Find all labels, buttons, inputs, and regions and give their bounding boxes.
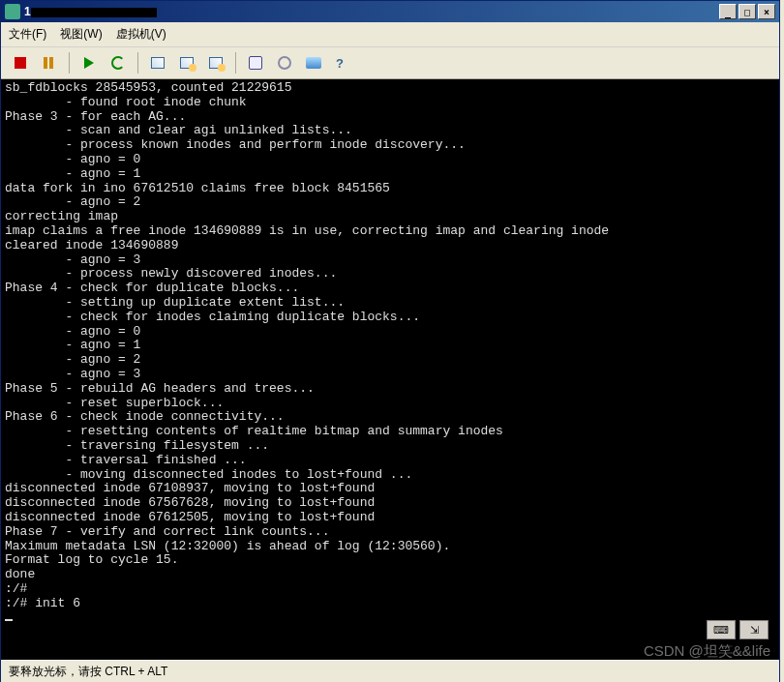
floppy-icon [249,56,262,70]
cursor [5,619,13,621]
maximize-button[interactable]: □ [739,4,756,19]
statusbar: 要释放光标，请按 CTRL + ALT [1,660,779,682]
snapshot-button[interactable] [146,51,169,74]
revert-icon [180,57,194,69]
separator [235,52,236,74]
terminal-lines: sb_fdblocks 28545953, counted 21229615 -… [5,81,775,610]
titlebar-left: 1 [5,4,157,19]
play-icon [84,57,94,69]
pause-button[interactable] [38,51,61,74]
cd-icon [278,56,291,70]
help-button[interactable]: ? [331,51,354,74]
titlebar[interactable]: 1 _ □ × [1,1,779,22]
network-button[interactable] [302,51,325,74]
menu-view[interactable]: 视图(W) [60,26,102,43]
toolbar: ? [1,47,779,79]
play-button[interactable] [77,51,101,74]
network-icon [306,57,321,69]
close-button[interactable]: × [758,4,775,19]
refresh-button[interactable] [106,51,130,74]
window-controls: _ □ × [719,4,775,19]
menu-vm[interactable]: 虚拟机(V) [116,26,166,43]
minimize-button[interactable]: _ [719,4,737,19]
revert-button[interactable] [175,51,198,74]
floppy-button[interactable] [244,51,267,74]
separator [137,52,138,74]
manage-snapshot-button[interactable] [204,51,227,74]
fullscreen-button[interactable]: ⇲ [739,620,769,639]
separator [69,52,70,74]
stop-button[interactable] [9,51,32,74]
refresh-icon [111,56,125,70]
help-icon: ? [336,56,349,70]
menu-file[interactable]: 文件(F) [9,26,46,43]
window-title: 1 [24,5,157,18]
corner-controls: ⌨ ⇲ [707,620,769,639]
status-text: 要释放光标，请按 CTRL + ALT [9,665,167,678]
menubar: 文件(F) 视图(W) 虚拟机(V) [1,22,779,47]
app-icon [5,4,20,19]
stop-icon [15,57,26,69]
vm-console-window: 1 _ □ × 文件(F) 视图(W) 虚拟机(V) ? sb_fdblocks… [0,0,780,682]
terminal-output[interactable]: sb_fdblocks 28545953, counted 21229615 -… [1,79,779,660]
cd-button[interactable] [273,51,296,74]
keyboard-button[interactable]: ⌨ [707,620,736,639]
manage-icon [209,57,223,69]
snapshot-icon [151,57,165,69]
pause-icon [44,57,55,69]
